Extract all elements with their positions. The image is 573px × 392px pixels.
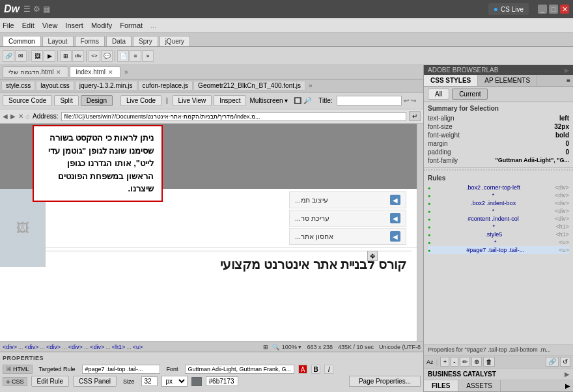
tab-ap-elements[interactable]: AP ELEMENTS bbox=[478, 75, 537, 86]
tab-forms[interactable]: Forms bbox=[75, 36, 105, 46]
italic-icon[interactable]: I bbox=[324, 365, 333, 374]
edit-rule-button[interactable]: Edit Rule bbox=[31, 376, 70, 387]
multiscreen-button-area[interactable]: Multiscreen ▾ bbox=[248, 97, 289, 104]
edit-rule-icon-button[interactable]: ✏ bbox=[460, 357, 470, 367]
source-code-button[interactable]: Source Code bbox=[3, 95, 52, 106]
close-tab-demo[interactable]: ✕ bbox=[56, 69, 61, 76]
rule-row-7[interactable]: ● .style5 <h1> bbox=[428, 231, 569, 238]
home-icon[interactable]: ⌂ bbox=[26, 113, 30, 120]
res-tab-layout[interactable]: layout.css bbox=[36, 81, 74, 91]
live-code-button[interactable]: Live Code bbox=[120, 95, 161, 106]
back-icon[interactable]: ◀ bbox=[3, 113, 8, 120]
more-resources-button[interactable]: » bbox=[306, 81, 315, 91]
size-input[interactable]: 32 bbox=[141, 376, 158, 386]
address-input[interactable] bbox=[61, 112, 406, 121]
files-panel-arrow[interactable]: ▶ bbox=[563, 380, 573, 391]
tab-common[interactable]: Common bbox=[3, 36, 41, 46]
font-color-icon[interactable]: A bbox=[298, 365, 307, 374]
inspect-button[interactable]: Inspect bbox=[214, 95, 246, 106]
address-go-icon[interactable]: ↵ bbox=[409, 111, 421, 121]
layout-icon[interactable]: ▦ bbox=[43, 5, 50, 14]
bc-div5[interactable]: <div> bbox=[90, 344, 104, 350]
email-icon[interactable]: ✉ bbox=[15, 50, 27, 62]
more-tabs-button[interactable]: » bbox=[122, 67, 131, 77]
font-input[interactable]: Guttman Adii-Light, Guttman Frank, G... bbox=[185, 365, 295, 374]
res-tab-style[interactable]: style.css bbox=[1, 81, 35, 91]
menu-file[interactable]: File bbox=[3, 21, 14, 29]
bc-div2[interactable]: <div> bbox=[25, 344, 39, 350]
close-button[interactable]: ✕ bbox=[560, 5, 569, 14]
rule-row-9[interactable]: ● #page7 .tail-top .tail-... <u> bbox=[428, 246, 569, 254]
menu-format[interactable]: Format bbox=[120, 21, 143, 29]
menu-icon[interactable]: ☰ bbox=[23, 5, 31, 14]
menu-view[interactable]: View bbox=[42, 21, 58, 29]
refresh-icon[interactable]: ↺ bbox=[560, 357, 570, 367]
right-panel-arrow-icon[interactable]: ▶ bbox=[565, 67, 569, 74]
more-icon[interactable]: » bbox=[142, 50, 154, 62]
tab-data[interactable]: Data bbox=[106, 36, 132, 46]
media-icon[interactable]: ▶ bbox=[44, 50, 55, 62]
menu-modify[interactable]: Modify bbox=[91, 21, 112, 29]
res-tab-font[interactable]: Geometr212_BlkCn_BT_400.font.js bbox=[193, 81, 305, 91]
rule-row-2[interactable]: ● * <div> bbox=[428, 191, 569, 199]
template-icon[interactable]: 📄 bbox=[117, 50, 129, 62]
bc-div1[interactable]: <div> bbox=[3, 344, 17, 350]
delete-button[interactable]: 🗑 bbox=[483, 357, 495, 367]
assets-tab[interactable]: ASSETS bbox=[458, 380, 500, 391]
attach-icon[interactable]: 🔗 bbox=[546, 357, 559, 367]
vertical-scrollbar[interactable] bbox=[417, 124, 423, 341]
div-icon[interactable]: div bbox=[72, 50, 84, 62]
image-icon[interactable]: 🖼 bbox=[31, 50, 43, 62]
color-swatch[interactable] bbox=[191, 377, 202, 386]
size-unit-select[interactable]: px em % bbox=[161, 376, 188, 387]
rule-row-3[interactable]: ● .box2 .indent-box <div> bbox=[428, 199, 569, 207]
close-tab-index[interactable]: ✕ bbox=[108, 69, 113, 76]
res-tab-cufon[interactable]: cufon-replace.js bbox=[138, 81, 193, 91]
rule-row-6[interactable]: ● * <h1> bbox=[428, 223, 569, 231]
menu-edit[interactable]: Edit bbox=[22, 21, 35, 29]
maximize-button[interactable]: □ bbox=[549, 5, 558, 14]
cs-live-button[interactable]: ● CS Live bbox=[488, 3, 529, 15]
tab-jquery[interactable]: jQuery bbox=[160, 36, 190, 46]
page-properties-button[interactable]: Page Properties... bbox=[349, 376, 421, 387]
zoom-controls[interactable]: 🔍 bbox=[272, 344, 279, 350]
live-view-button[interactable]: Live View bbox=[173, 95, 212, 106]
bc-u[interactable]: <u> bbox=[133, 344, 143, 350]
tab-layout[interactable]: Layout bbox=[42, 36, 74, 46]
title-input[interactable] bbox=[337, 96, 402, 105]
minimize-button[interactable]: _ bbox=[538, 5, 547, 14]
forward-icon[interactable]: ▶ bbox=[10, 113, 16, 120]
tab-spry[interactable]: Spry bbox=[133, 36, 158, 46]
menu-more[interactable]: ... bbox=[150, 21, 156, 29]
all-button[interactable]: All bbox=[428, 89, 449, 100]
rule-row-5[interactable]: ● #content .indent-col <div> bbox=[428, 215, 569, 223]
panel-menu-icon[interactable]: ≡ bbox=[564, 76, 573, 85]
minus-rule-button[interactable]: - bbox=[451, 357, 458, 367]
rule-row-8[interactable]: ● * <u> bbox=[428, 238, 569, 246]
current-button[interactable]: Current bbox=[452, 89, 488, 100]
add-rule-button[interactable]: + bbox=[440, 357, 449, 367]
nav-icon[interactable]: ≡ bbox=[130, 50, 141, 62]
split-button[interactable]: Split bbox=[54, 95, 78, 106]
bc-div3[interactable]: <div> bbox=[46, 344, 61, 350]
nav-arrows[interactable]: ↩ ↪ bbox=[404, 97, 416, 104]
table-icon[interactable]: ⊞ bbox=[60, 50, 72, 62]
duplicate-button[interactable]: ⊕ bbox=[471, 357, 482, 367]
color-input[interactable]: #6b7173 bbox=[206, 376, 238, 386]
css-panel-button[interactable]: CSS Panel bbox=[73, 376, 117, 387]
res-tab-jquery[interactable]: jquery-1.3.2.min.js bbox=[75, 81, 137, 91]
business-catalyst-arrow[interactable]: ▶ bbox=[565, 371, 569, 378]
file-tab-demo[interactable]: הדגמה שלי.html ✕ bbox=[3, 66, 68, 77]
targeted-rule-input[interactable]: #page7 .tail-top .tail-... bbox=[82, 365, 160, 374]
menu-insert[interactable]: Insert bbox=[65, 21, 83, 29]
rule-row-1[interactable]: ● .box2 .corner-top-left <div> bbox=[428, 184, 569, 191]
comment-icon[interactable]: 💬 bbox=[101, 50, 113, 62]
design-button[interactable]: Design bbox=[81, 95, 113, 106]
bc-h1[interactable]: <h1> bbox=[112, 344, 126, 350]
rule-row-4[interactable]: ● * <div> bbox=[428, 207, 569, 215]
hyperlink-icon[interactable]: 🔗 bbox=[3, 50, 14, 62]
bc-div4[interactable]: <div> bbox=[68, 344, 83, 350]
move-icon[interactable]: ✥ bbox=[367, 251, 378, 261]
select-icon[interactable]: ⊞ bbox=[263, 344, 268, 350]
files-tab[interactable]: FILES bbox=[424, 380, 458, 391]
